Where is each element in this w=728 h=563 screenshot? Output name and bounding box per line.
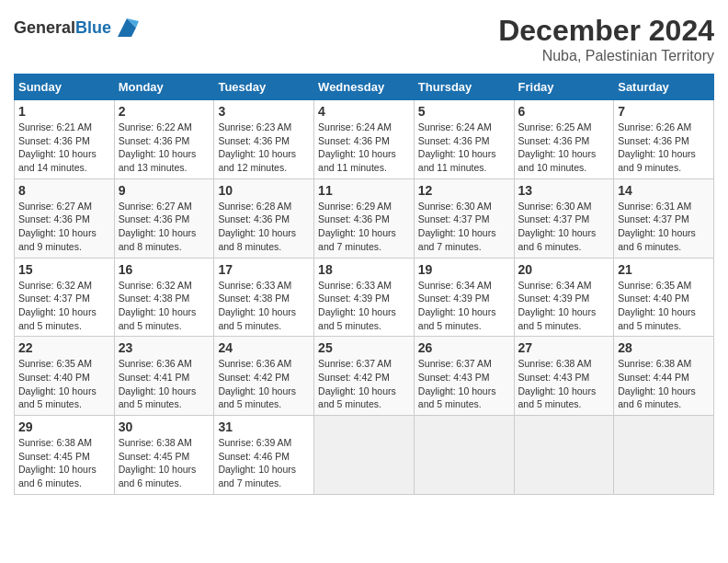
- logo: GeneralBlue: [14, 14, 141, 41]
- day-info: Sunrise: 6:33 AMSunset: 4:39 PMDaylight:…: [318, 279, 410, 333]
- calendar-cell: 6Sunrise: 6:25 AMSunset: 4:36 PMDaylight…: [514, 100, 614, 179]
- day-number: 24: [218, 340, 310, 355]
- column-header-saturday: Saturday: [614, 75, 714, 100]
- day-info: Sunrise: 6:32 AMSunset: 4:37 PMDaylight:…: [18, 279, 110, 333]
- day-info: Sunrise: 6:31 AMSunset: 4:37 PMDaylight:…: [618, 200, 710, 254]
- day-info: Sunrise: 6:38 AMSunset: 4:44 PMDaylight:…: [618, 357, 710, 411]
- day-info: Sunrise: 6:35 AMSunset: 4:40 PMDaylight:…: [18, 357, 110, 411]
- day-info: Sunrise: 6:38 AMSunset: 4:43 PMDaylight:…: [518, 357, 610, 411]
- logo-general: General: [14, 18, 75, 37]
- column-header-monday: Monday: [114, 75, 214, 100]
- calendar-cell: 25Sunrise: 6:37 AMSunset: 4:42 PMDayligh…: [314, 337, 415, 416]
- week-row-2: 8Sunrise: 6:27 AMSunset: 4:36 PMDaylight…: [15, 178, 714, 258]
- day-info: Sunrise: 6:26 AMSunset: 4:36 PMDaylight:…: [618, 121, 710, 175]
- week-row-1: 1Sunrise: 6:21 AMSunset: 4:36 PMDaylight…: [15, 100, 714, 179]
- calendar-cell: 9Sunrise: 6:27 AMSunset: 4:36 PMDaylight…: [114, 178, 214, 258]
- column-header-sunday: Sunday: [15, 75, 115, 100]
- day-info: Sunrise: 6:37 AMSunset: 4:43 PMDaylight:…: [418, 357, 510, 411]
- day-info: Sunrise: 6:27 AMSunset: 4:36 PMDaylight:…: [18, 200, 110, 254]
- day-number: 29: [18, 419, 110, 434]
- day-number: 10: [218, 183, 310, 198]
- calendar-cell: 19Sunrise: 6:34 AMSunset: 4:39 PMDayligh…: [414, 258, 514, 337]
- sub-title: Nuba, Palestinian Territory: [498, 48, 714, 64]
- day-info: Sunrise: 6:27 AMSunset: 4:36 PMDaylight:…: [119, 200, 210, 254]
- day-info: Sunrise: 6:22 AMSunset: 4:36 PMDaylight:…: [119, 121, 210, 175]
- column-header-tuesday: Tuesday: [214, 75, 314, 100]
- day-number: 17: [218, 262, 310, 277]
- calendar-cell: 1Sunrise: 6:21 AMSunset: 4:36 PMDaylight…: [15, 100, 115, 179]
- day-number: 14: [618, 183, 710, 198]
- day-number: 27: [518, 340, 610, 355]
- column-header-thursday: Thursday: [414, 75, 514, 100]
- calendar-cell: 23Sunrise: 6:36 AMSunset: 4:41 PMDayligh…: [114, 337, 214, 416]
- day-info: Sunrise: 6:24 AMSunset: 4:36 PMDaylight:…: [318, 121, 410, 175]
- calendar-cell: 4Sunrise: 6:24 AMSunset: 4:36 PMDaylight…: [314, 100, 415, 179]
- day-info: Sunrise: 6:35 AMSunset: 4:40 PMDaylight:…: [618, 279, 710, 333]
- day-number: 23: [119, 340, 210, 355]
- day-info: Sunrise: 6:37 AMSunset: 4:42 PMDaylight:…: [318, 357, 410, 411]
- day-number: 2: [119, 104, 210, 119]
- day-number: 1: [18, 104, 110, 119]
- day-number: 7: [618, 104, 710, 119]
- day-info: Sunrise: 6:23 AMSunset: 4:36 PMDaylight:…: [218, 121, 310, 175]
- calendar-cell: 11Sunrise: 6:29 AMSunset: 4:36 PMDayligh…: [314, 178, 415, 258]
- day-number: 30: [119, 419, 210, 434]
- logo-icon: [113, 14, 141, 41]
- day-info: Sunrise: 6:29 AMSunset: 4:36 PMDaylight:…: [318, 200, 410, 254]
- calendar-cell: 10Sunrise: 6:28 AMSunset: 4:36 PMDayligh…: [214, 178, 314, 258]
- column-header-wednesday: Wednesday: [314, 75, 415, 100]
- day-info: Sunrise: 6:34 AMSunset: 4:39 PMDaylight:…: [518, 279, 610, 333]
- day-number: 12: [418, 183, 510, 198]
- calendar-cell: 21Sunrise: 6:35 AMSunset: 4:40 PMDayligh…: [614, 258, 714, 337]
- day-number: 25: [318, 340, 410, 355]
- day-info: Sunrise: 6:33 AMSunset: 4:38 PMDaylight:…: [218, 279, 310, 333]
- calendar-cell: 12Sunrise: 6:30 AMSunset: 4:37 PMDayligh…: [414, 178, 514, 258]
- main-title: December 2024: [498, 14, 714, 48]
- day-number: 28: [618, 340, 710, 355]
- calendar-header-row: SundayMondayTuesdayWednesdayThursdayFrid…: [15, 75, 714, 100]
- calendar-cell: 5Sunrise: 6:24 AMSunset: 4:36 PMDaylight…: [414, 100, 514, 179]
- day-info: Sunrise: 6:30 AMSunset: 4:37 PMDaylight:…: [518, 200, 610, 254]
- calendar-cell: 8Sunrise: 6:27 AMSunset: 4:36 PMDaylight…: [15, 178, 115, 258]
- page-header: GeneralBlue December 2024 Nuba, Palestin…: [14, 14, 714, 64]
- day-number: 5: [418, 104, 510, 119]
- day-number: 15: [18, 262, 110, 277]
- day-info: Sunrise: 6:34 AMSunset: 4:39 PMDaylight:…: [418, 279, 510, 333]
- day-info: Sunrise: 6:24 AMSunset: 4:36 PMDaylight:…: [418, 121, 510, 175]
- day-info: Sunrise: 6:38 AMSunset: 4:45 PMDaylight:…: [119, 436, 210, 490]
- calendar-cell: 20Sunrise: 6:34 AMSunset: 4:39 PMDayligh…: [514, 258, 614, 337]
- calendar-cell: 22Sunrise: 6:35 AMSunset: 4:40 PMDayligh…: [15, 337, 115, 416]
- day-number: 26: [418, 340, 510, 355]
- day-number: 11: [318, 183, 410, 198]
- calendar-table: SundayMondayTuesdayWednesdayThursdayFrid…: [14, 74, 714, 495]
- calendar-cell: [514, 416, 614, 495]
- day-number: 31: [218, 419, 310, 434]
- calendar-cell: 3Sunrise: 6:23 AMSunset: 4:36 PMDaylight…: [214, 100, 314, 179]
- day-number: 20: [518, 262, 610, 277]
- day-info: Sunrise: 6:21 AMSunset: 4:36 PMDaylight:…: [18, 121, 110, 175]
- calendar-cell: 29Sunrise: 6:38 AMSunset: 4:45 PMDayligh…: [15, 416, 115, 495]
- calendar-cell: [414, 416, 514, 495]
- calendar-cell: 15Sunrise: 6:32 AMSunset: 4:37 PMDayligh…: [15, 258, 115, 337]
- day-info: Sunrise: 6:36 AMSunset: 4:42 PMDaylight:…: [218, 357, 310, 411]
- day-number: 16: [119, 262, 210, 277]
- calendar-cell: 30Sunrise: 6:38 AMSunset: 4:45 PMDayligh…: [114, 416, 214, 495]
- calendar-cell: 16Sunrise: 6:32 AMSunset: 4:38 PMDayligh…: [114, 258, 214, 337]
- day-info: Sunrise: 6:25 AMSunset: 4:36 PMDaylight:…: [518, 121, 610, 175]
- logo-blue: Blue: [75, 18, 111, 37]
- calendar-cell: 27Sunrise: 6:38 AMSunset: 4:43 PMDayligh…: [514, 337, 614, 416]
- calendar-cell: 13Sunrise: 6:30 AMSunset: 4:37 PMDayligh…: [514, 178, 614, 258]
- day-number: 22: [18, 340, 110, 355]
- day-number: 19: [418, 262, 510, 277]
- day-number: 21: [618, 262, 710, 277]
- day-info: Sunrise: 6:38 AMSunset: 4:45 PMDaylight:…: [18, 436, 110, 490]
- calendar-cell: 7Sunrise: 6:26 AMSunset: 4:36 PMDaylight…: [614, 100, 714, 179]
- calendar-cell: 18Sunrise: 6:33 AMSunset: 4:39 PMDayligh…: [314, 258, 415, 337]
- week-row-3: 15Sunrise: 6:32 AMSunset: 4:37 PMDayligh…: [15, 258, 714, 337]
- title-area: December 2024 Nuba, Palestinian Territor…: [498, 14, 714, 64]
- day-number: 3: [218, 104, 310, 119]
- calendar-cell: 28Sunrise: 6:38 AMSunset: 4:44 PMDayligh…: [614, 337, 714, 416]
- day-number: 9: [119, 183, 210, 198]
- day-number: 18: [318, 262, 410, 277]
- day-number: 6: [518, 104, 610, 119]
